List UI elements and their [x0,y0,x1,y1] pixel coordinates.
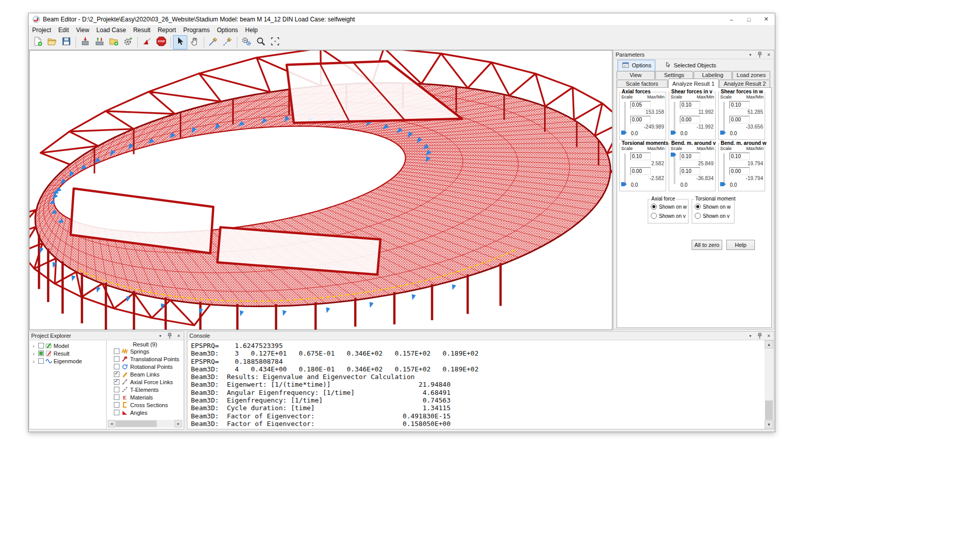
eigenmode-checkbox[interactable] [38,358,44,364]
expander-icon[interactable]: › [33,343,37,349]
mid-input[interactable] [630,167,651,175]
radio-shown-on-w[interactable]: Shown on w [651,204,687,210]
t-elements-checkbox[interactable] [114,387,119,392]
project-explorer-pin-button[interactable] [166,333,173,339]
list-item-angles[interactable]: Angles [107,409,183,416]
menu-view[interactable]: View [72,25,93,35]
result-checkbox[interactable] [38,350,44,356]
list-item-rotational-points[interactable]: Rotational Points [107,363,183,370]
stop-button[interactable]: STOP [154,35,168,49]
project-explorer-close-button[interactable]: ✕ [176,333,182,339]
close-button[interactable]: ✕ [757,13,775,25]
slider-handle[interactable] [621,131,627,135]
scrollbar-thumb[interactable] [765,400,773,420]
tab-analyze-result-2[interactable]: Analyze Result 2 [719,80,770,88]
radio-shown-on-v[interactable]: Shown on v [695,213,729,219]
menu-result[interactable]: Result [130,25,154,35]
new-model-button[interactable] [31,35,45,49]
materials-checkbox[interactable] [114,394,119,400]
list-item-springs[interactable]: Springs [107,347,183,355]
mid-input[interactable] [630,116,651,123]
tree-item-eigenmode[interactable]: › Eigenmode [30,357,106,365]
selected-objects-button[interactable]: Selected Objects [660,60,720,71]
scale-slider-track[interactable] [624,102,626,133]
scale-input[interactable] [630,101,651,109]
all-to-zero-button[interactable]: All to zero [692,240,722,250]
scale-input[interactable] [729,153,750,160]
parameters-close-button[interactable]: ✕ [766,52,772,58]
list-item-materials[interactable]: E Materials [107,393,183,401]
menu-project[interactable]: Project [29,25,55,35]
slider-handle[interactable] [720,182,726,186]
scale-slider-track[interactable] [723,154,725,184]
console-menu-button[interactable]: ▾ [747,333,753,339]
list-item-beam-links[interactable]: Beam Links [107,370,183,378]
zoom-button[interactable] [254,35,268,49]
save-button[interactable] [59,35,74,49]
angles-checkbox[interactable] [114,410,119,415]
options-toggle-button[interactable]: Options [618,60,655,71]
scale-input[interactable] [680,101,700,109]
rotational-points-checkbox[interactable] [114,364,119,369]
mid-input[interactable] [680,116,700,123]
scale-input[interactable] [729,101,750,109]
kinematics-button[interactable] [239,35,254,49]
scale-input[interactable] [630,153,651,160]
minimize-button[interactable]: – [723,13,740,25]
scale-slider-track[interactable] [674,102,675,133]
scroll-down-button[interactable]: ▼ [765,420,773,429]
model-viewport[interactable] [29,50,612,330]
tree-item-model[interactable]: › Model [30,342,106,349]
expander-icon[interactable]: › [33,358,37,364]
add-folder-button[interactable] [107,35,121,49]
parameters-menu-button[interactable]: ▾ [747,52,753,58]
list-item-axial-force-links[interactable]: Axial Force Links [107,378,183,386]
slider-handle[interactable] [671,131,676,135]
radio-dot[interactable] [695,213,701,219]
scroll-left-button[interactable]: ◂ [108,420,115,428]
result-button[interactable] [140,35,154,49]
tab-scale-factors[interactable]: Scale factors [617,80,668,88]
loadcase-manager-button[interactable] [92,35,107,49]
console-vertical-scrollbar[interactable]: ▲ ▼ [765,340,773,429]
tab-labeling[interactable]: Labeling [694,71,732,79]
menu-edit[interactable]: Edit [55,25,72,35]
settings-gear-button[interactable] [121,35,135,49]
tab-settings[interactable]: Settings [655,71,694,79]
import-loadcase-button[interactable] [78,35,92,49]
pan-hand-button[interactable] [187,35,202,49]
list-item-t-elements[interactable]: T-Elements [107,386,183,393]
cross-sections-checkbox[interactable] [114,402,119,408]
model-checkbox[interactable] [38,343,44,348]
menu-help[interactable]: Help [241,25,261,35]
scroll-up-button[interactable]: ▲ [765,340,773,348]
springs-checkbox[interactable] [114,348,119,354]
scale-slider-track[interactable] [723,102,725,133]
slider-handle[interactable] [671,153,676,157]
open-button[interactable] [45,35,59,49]
help-button[interactable]: Help [726,240,755,250]
radio-shown-on-w[interactable]: Shown on w [695,204,730,210]
radio-shown-on-v[interactable]: Shown on v [651,213,685,219]
tab-view[interactable]: View [617,71,655,79]
parameters-pin-button[interactable] [756,52,763,58]
menu-load-case[interactable]: Load Case [93,25,130,35]
slider-handle[interactable] [621,182,627,186]
scrollbar-thumb[interactable] [116,420,157,427]
radio-dot[interactable] [695,204,701,210]
translational-points-checkbox[interactable] [114,356,119,362]
scale-input[interactable] [680,153,700,160]
console-output[interactable]: EPSPRQ= 1.6247523395 Beam3D: 3 0.127E+01… [188,340,765,429]
scroll-right-button[interactable]: ▸ [175,420,182,428]
radio-dot[interactable] [651,213,657,219]
list-horizontal-scrollbar[interactable]: ◂ ▸ [108,420,182,428]
menu-programs[interactable]: Programs [180,25,213,35]
mid-input[interactable] [680,167,700,175]
expander-icon[interactable]: › [33,350,37,357]
tab-analyze-result-1[interactable]: Analyze Result 1 [668,79,719,88]
mid-input[interactable] [729,116,750,123]
console-pin-button[interactable] [756,333,763,339]
list-item-translational-points[interactable]: Translational Points [107,355,183,363]
scale-slider-track[interactable] [624,154,626,184]
tab-load-zones[interactable]: Load zones [732,71,771,79]
